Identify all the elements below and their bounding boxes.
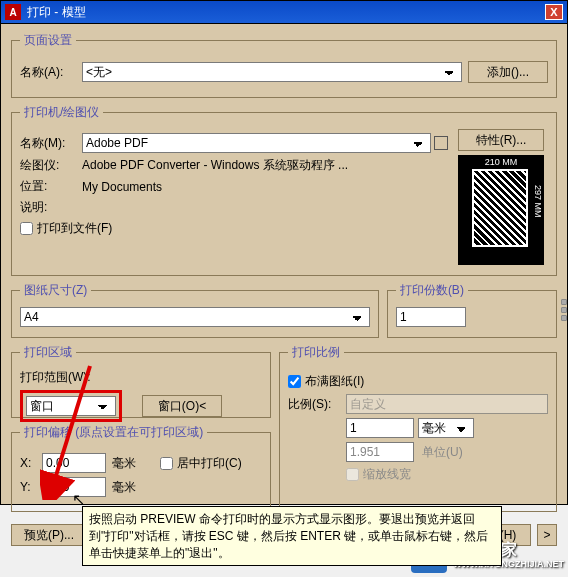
copies-legend: 打印份数(B)	[396, 282, 468, 299]
page-name-select[interactable]: <无>	[82, 62, 462, 82]
paper-size-legend: 图纸尺寸(Z)	[20, 282, 91, 299]
close-button[interactable]: X	[545, 4, 563, 20]
paper-width-label: 210 MM	[458, 157, 544, 167]
scale-mm-input[interactable]	[346, 418, 414, 438]
offset-y-unit: 毫米	[112, 479, 136, 496]
print-range-select[interactable]: 窗口	[26, 396, 116, 416]
printer-name-label: 名称(M):	[20, 135, 82, 152]
printer-legend: 打印机/绘图仪	[20, 104, 103, 121]
offset-x-input[interactable]	[42, 453, 106, 473]
scale-legend: 打印比例	[288, 344, 344, 361]
scale-mm-unit-select[interactable]: 毫米	[418, 418, 474, 438]
location-label: 位置:	[20, 178, 82, 195]
scale-lineweight-checkbox	[346, 468, 359, 481]
offset-x-label: X:	[20, 456, 36, 470]
description-label: 说明:	[20, 199, 82, 216]
window-title: 打印 - 模型	[27, 4, 545, 21]
paper-height-label: 297 MM	[533, 185, 543, 218]
dialog-body: 页面设置 名称(A): <无> 添加()... 打印机/绘图仪 名称(M): A…	[0, 24, 568, 505]
fit-to-paper-label: 布满图纸(I)	[305, 373, 364, 390]
offset-group: 打印偏移 (原点设置在可打印区域) X: 毫米 居中打印(C) Y: 毫米	[11, 424, 271, 512]
page-setup-legend: 页面设置	[20, 32, 76, 49]
print-range-label: 打印范围(W):	[20, 369, 262, 386]
fit-to-paper-checkbox[interactable]	[288, 375, 301, 388]
scale-unit-label: 单位(U)	[422, 444, 463, 461]
copies-group: 打印份数(B)	[387, 282, 557, 338]
location-value: My Documents	[82, 180, 162, 194]
paper-size-group: 图纸尺寸(Z) A4	[11, 282, 379, 338]
titlebar: A 打印 - 模型 X	[0, 0, 568, 24]
gripper-icon	[561, 299, 567, 321]
offset-x-unit: 毫米	[112, 455, 136, 472]
paper-preview: 210 MM 297 MM	[458, 155, 544, 265]
center-checkbox[interactable]	[160, 457, 173, 470]
printer-name-select[interactable]: Adobe PDF	[82, 133, 431, 153]
center-label: 居中打印(C)	[177, 455, 242, 472]
print-area-group: 打印区域 打印范围(W): 窗口 窗口(O)<	[11, 344, 271, 418]
printer-group: 打印机/绘图仪 名称(M): Adobe PDF 绘图仪: Adobe PDF …	[11, 104, 557, 276]
scale-ratio-label: 比例(S):	[288, 396, 346, 413]
tooltip: 按照启动 PREVIEW 命令打印时的显示方式显示图形。要退出预览并返回到"打印…	[82, 506, 502, 566]
print-to-file-label: 打印到文件(F)	[37, 220, 112, 237]
page-setup-group: 页面设置 名称(A): <无> 添加()...	[11, 32, 557, 98]
properties-button[interactable]: 特性(R)...	[458, 129, 544, 151]
scale-lineweight-label: 缩放线宽	[363, 466, 411, 483]
offset-y-label: Y:	[20, 480, 36, 494]
plotter-label: 绘图仪:	[20, 157, 82, 174]
scale-ratio-select: 自定义	[346, 394, 548, 414]
range-highlight: 窗口	[20, 390, 122, 422]
offset-legend: 打印偏移 (原点设置在可打印区域)	[20, 424, 207, 441]
printer-icon	[434, 136, 448, 150]
add-button[interactable]: 添加()...	[468, 61, 548, 83]
scale-group: 打印比例 布满图纸(I) 比例(S): 自定义 毫米	[279, 344, 557, 512]
copies-input[interactable]	[396, 307, 466, 327]
window-pick-button[interactable]: 窗口(O)<	[142, 395, 222, 417]
scale-unit-input	[346, 442, 414, 462]
page-name-label: 名称(A):	[20, 64, 82, 81]
plotter-value: Adobe PDF Converter - Windows 系统驱动程序 ...	[82, 157, 348, 174]
paper-sheet-icon	[472, 169, 528, 247]
preview-button[interactable]: 预览(P)...	[11, 524, 87, 546]
print-to-file-checkbox[interactable]	[20, 222, 33, 235]
app-logo-icon: A	[5, 4, 21, 20]
paper-size-select[interactable]: A4	[20, 307, 370, 327]
print-area-legend: 打印区域	[20, 344, 76, 361]
